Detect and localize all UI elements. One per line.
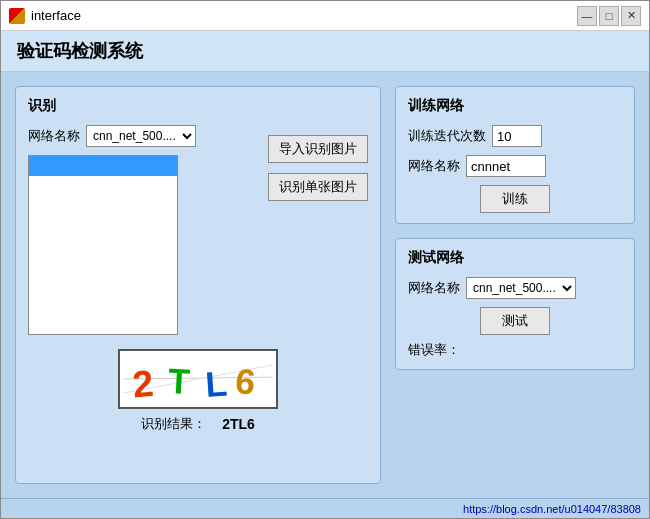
recognize-button[interactable]: 识别单张图片 <box>268 173 368 201</box>
svg-text:T: T <box>167 361 191 402</box>
result-row: 识别结果： 2TL6 <box>141 415 255 433</box>
network-select[interactable]: cnn_net_500.... <box>86 125 196 147</box>
listbox-selected-item <box>29 156 177 176</box>
window-title: interface <box>31 8 577 23</box>
test-network-label: 网络名称 <box>408 279 460 297</box>
train-section-title: 训练网络 <box>408 97 622 115</box>
close-button[interactable]: ✕ <box>621 6 641 26</box>
train-network-input[interactable] <box>466 155 546 177</box>
captcha-image: 2 T L 6 <box>118 349 278 409</box>
train-button[interactable]: 训练 <box>480 185 550 213</box>
test-btn-row: 测试 <box>408 307 622 335</box>
network-label: 网络名称 <box>28 127 80 145</box>
iter-label: 训练迭代次数 <box>408 127 486 145</box>
status-bar: https://blog.csdn.net/u014047/83808 <box>1 498 649 518</box>
error-row: 错误率： <box>408 341 622 359</box>
right-panels: 训练网络 训练迭代次数 网络名称 训练 测试网络 网络名称 <box>395 86 635 484</box>
result-label: 识别结果： <box>141 415 206 433</box>
app-icon <box>9 8 25 24</box>
minimize-button[interactable]: — <box>577 6 597 26</box>
iter-row: 训练迭代次数 <box>408 125 622 147</box>
svg-text:6: 6 <box>233 361 257 403</box>
train-network-label: 网络名称 <box>408 157 460 175</box>
maximize-button[interactable]: □ <box>599 6 619 26</box>
train-panel: 训练网络 训练迭代次数 网络名称 训练 <box>395 86 635 224</box>
title-bar: interface — □ ✕ <box>1 1 649 31</box>
action-buttons: 导入识别图片 识别单张图片 <box>268 135 368 201</box>
svg-text:2: 2 <box>131 362 155 406</box>
recognize-section-title: 识别 <box>28 97 368 115</box>
train-btn-row: 训练 <box>408 185 622 213</box>
svg-text:L: L <box>204 364 228 405</box>
train-network-row: 网络名称 <box>408 155 622 177</box>
test-panel: 测试网络 网络名称 cnn_net_500.... 测试 错误率： <box>395 238 635 370</box>
error-label: 错误率： <box>408 341 460 359</box>
test-button[interactable]: 测试 <box>480 307 550 335</box>
test-network-select[interactable]: cnn_net_500.... <box>466 277 576 299</box>
window-controls: — □ ✕ <box>577 6 641 26</box>
iter-input[interactable] <box>492 125 542 147</box>
page-title: 验证码检测系统 <box>1 31 649 72</box>
image-listbox[interactable] <box>28 155 178 335</box>
main-window: interface — □ ✕ 验证码检测系统 识别 网络名称 cnn_net_… <box>0 0 650 519</box>
test-section-title: 测试网络 <box>408 249 622 267</box>
main-content: 识别 网络名称 cnn_net_500.... 导入识别图片 识别单张图片 <box>1 72 649 498</box>
test-network-row: 网络名称 cnn_net_500.... <box>408 277 622 299</box>
import-button[interactable]: 导入识别图片 <box>268 135 368 163</box>
result-value: 2TL6 <box>222 416 255 432</box>
captcha-display: 2 T L 6 识别结果： 2TL6 <box>28 349 368 433</box>
status-url: https://blog.csdn.net/u014047/83808 <box>463 503 641 515</box>
recognize-panel: 识别 网络名称 cnn_net_500.... 导入识别图片 识别单张图片 <box>15 86 381 484</box>
